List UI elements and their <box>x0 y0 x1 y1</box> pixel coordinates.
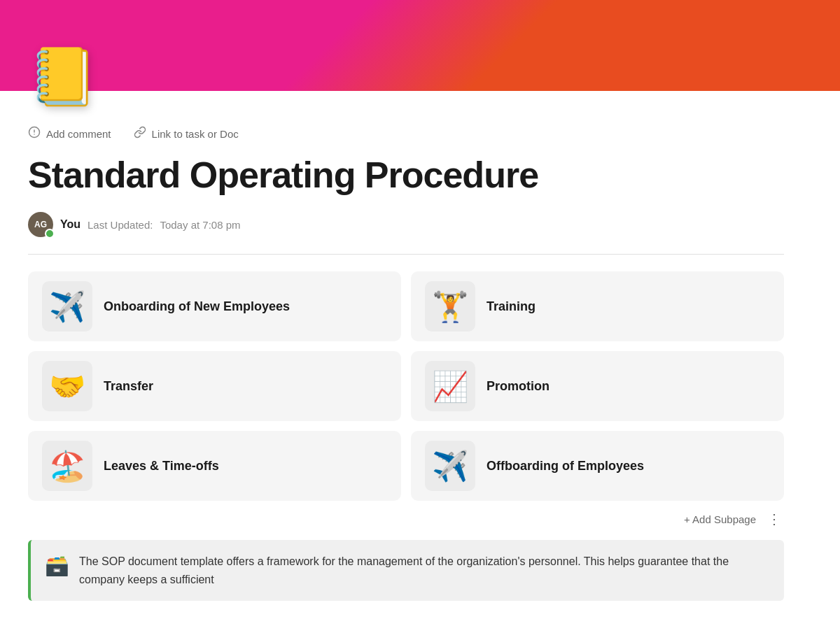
page-title: Standard Operating Procedure <box>28 155 784 195</box>
avatar: AG <box>28 212 53 237</box>
avatar-initials: AG <box>34 220 47 229</box>
transfer-label: Transfer <box>104 379 153 394</box>
main-content: Add comment Link to task or Doc Standard… <box>0 91 812 622</box>
last-updated-time: Today at 7:08 pm <box>160 219 240 231</box>
comment-icon <box>28 126 41 141</box>
link-to-task-button[interactable]: Link to task or Doc <box>134 126 239 141</box>
toolbar: Add comment Link to task or Doc <box>28 126 784 141</box>
offboarding-label: Offboarding of Employees <box>486 459 644 474</box>
link-label: Link to task or Doc <box>152 128 239 140</box>
add-comment-label: Add comment <box>46 128 111 140</box>
subpage-card-onboarding[interactable]: ✈️ Onboarding of New Employees <box>28 271 401 341</box>
add-subpage-row: + Add Subpage ⋮ <box>28 512 784 526</box>
transfer-icon: 🤝 <box>49 369 85 404</box>
more-options-button[interactable]: ⋮ <box>767 512 781 526</box>
sop-note: 🗃️ The SOP document template offers a fr… <box>28 540 784 601</box>
link-icon <box>134 126 146 141</box>
header-banner: 📒 <box>0 0 840 91</box>
training-label: Training <box>486 299 536 314</box>
subpage-card-offboarding[interactable]: ✈️ Offboarding of Employees <box>411 431 784 501</box>
author-name: You <box>60 218 80 231</box>
onboarding-label: Onboarding of New Employees <box>104 299 290 314</box>
content-divider <box>28 254 784 255</box>
promotion-label: Promotion <box>486 379 550 394</box>
last-updated-prefix: Last Updated: <box>88 219 153 231</box>
promotion-icon-wrap: 📈 <box>425 361 475 411</box>
leaves-icon: 🏖️ <box>49 449 85 483</box>
transfer-icon-wrap: 🤝 <box>42 361 92 411</box>
subpage-card-promotion[interactable]: 📈 Promotion <box>411 351 784 421</box>
leaves-label: Leaves & Time-offs <box>104 459 219 474</box>
add-subpage-button[interactable]: + Add Subpage <box>684 513 756 525</box>
onboarding-icon: ✈️ <box>49 290 85 324</box>
online-badge <box>45 229 55 239</box>
subpage-card-transfer[interactable]: 🤝 Transfer <box>28 351 401 421</box>
author-row: AG You Last Updated: Today at 7:08 pm <box>28 212 784 237</box>
book-icon: 📒 <box>28 49 98 105</box>
sop-note-icon: 🗃️ <box>45 554 69 577</box>
add-comment-button[interactable]: Add comment <box>28 126 111 141</box>
onboarding-icon-wrap: ✈️ <box>42 281 92 332</box>
training-icon-wrap: 🏋️ <box>425 281 475 332</box>
promotion-icon: 📈 <box>432 369 468 404</box>
subpage-card-training[interactable]: 🏋️ Training <box>411 271 784 341</box>
subpages-grid: ✈️ Onboarding of New Employees 🏋️ Traini… <box>28 271 784 501</box>
subpage-card-leaves[interactable]: 🏖️ Leaves & Time-offs <box>28 431 401 501</box>
offboarding-icon: ✈️ <box>432 449 468 483</box>
more-icon: ⋮ <box>767 511 781 527</box>
add-subpage-label: + Add Subpage <box>684 513 756 525</box>
offboarding-icon-wrap: ✈️ <box>425 441 475 491</box>
sop-note-text: The SOP document template offers a frame… <box>79 553 770 588</box>
leaves-icon-wrap: 🏖️ <box>42 441 92 491</box>
training-icon: 🏋️ <box>432 290 468 324</box>
